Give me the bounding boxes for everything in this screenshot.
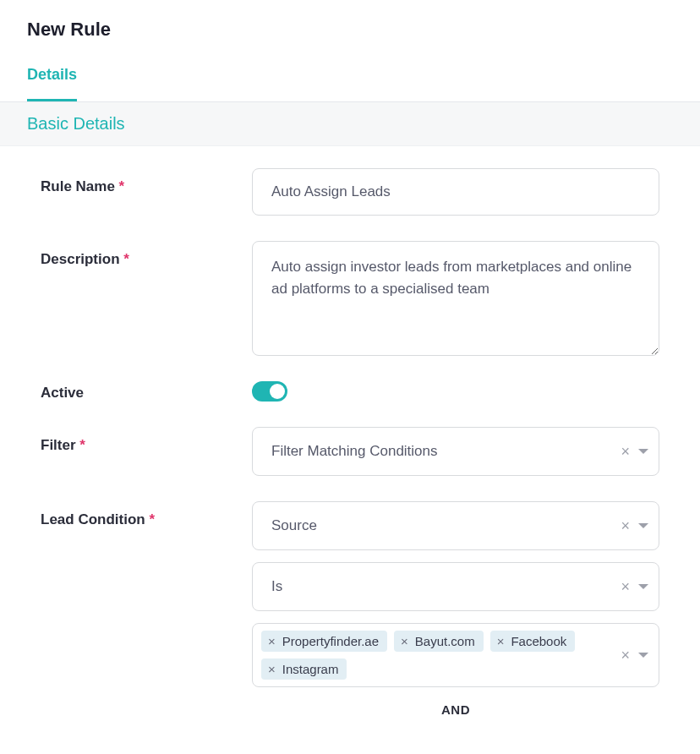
chevron-down-icon[interactable] <box>638 523 648 528</box>
chevron-down-icon[interactable] <box>638 449 648 454</box>
required-mark: * <box>149 511 155 527</box>
row-active: Active <box>41 381 659 402</box>
lead-condition-field-value: Source <box>271 517 317 534</box>
chevron-down-icon[interactable] <box>638 653 648 658</box>
label-description: Description * <box>41 241 252 268</box>
tag-remove-icon[interactable]: × <box>268 663 276 675</box>
label-text: Lead Condition <box>41 511 145 527</box>
form-area: Rule Name * Description * Auto assign in… <box>0 146 700 754</box>
clear-icon[interactable]: × <box>619 516 632 535</box>
filter-select-value: Filter Matching Conditions <box>271 443 438 460</box>
conjunction-and: AND <box>252 702 659 717</box>
tab-details[interactable]: Details <box>27 66 77 101</box>
clear-icon[interactable]: × <box>619 646 632 664</box>
tag: ×Propertyfinder.ae <box>261 631 387 652</box>
rule-name-input[interactable] <box>252 168 659 216</box>
label-filter: Filter * <box>41 427 252 454</box>
page-title: New Rule <box>0 0 700 41</box>
row-filter: Filter * Filter Matching Conditions × <box>41 427 659 476</box>
lead-condition-field-select[interactable]: Source × <box>252 501 659 550</box>
label-text: Active <box>41 385 84 401</box>
select-icons: × <box>619 577 648 596</box>
row-description: Description * Auto assign investor leads… <box>41 241 659 356</box>
tag: ×Instagram <box>261 658 347 680</box>
tag-label: Propertyfinder.ae <box>282 634 379 648</box>
lead-condition-operator-value: Is <box>271 578 282 595</box>
tag-remove-icon[interactable]: × <box>268 635 276 647</box>
active-toggle[interactable] <box>252 381 287 402</box>
clear-icon[interactable]: × <box>619 577 632 596</box>
description-input[interactable]: Auto assign investor leads from marketpl… <box>252 241 659 356</box>
label-lead-condition: Lead Condition * <box>41 501 252 528</box>
required-mark: * <box>123 251 129 267</box>
label-rule-name: Rule Name * <box>41 168 252 195</box>
row-rule-name: Rule Name * <box>41 168 659 216</box>
tag-remove-icon[interactable]: × <box>401 635 408 647</box>
tag-label: Bayut.com <box>415 634 475 648</box>
tag-remove-icon[interactable]: × <box>497 635 505 647</box>
tag: ×Facebook <box>490 631 576 652</box>
label-active: Active <box>41 381 252 402</box>
chevron-down-icon[interactable] <box>638 584 648 589</box>
clear-icon[interactable]: × <box>619 442 632 461</box>
select-icons: × <box>619 516 648 535</box>
select-icons: × <box>619 646 648 664</box>
tag-label: Facebook <box>511 634 566 648</box>
tabs: Details <box>0 41 700 102</box>
required-mark: * <box>119 178 125 194</box>
tag: ×Bayut.com <box>394 631 484 652</box>
tag-label: Instagram <box>282 662 339 676</box>
select-icons: × <box>619 442 648 461</box>
lead-condition-values-multiselect[interactable]: ×Propertyfinder.ae×Bayut.com×Facebook×In… <box>252 623 659 687</box>
label-text: Description <box>41 251 120 267</box>
filter-select[interactable]: Filter Matching Conditions × <box>252 427 659 476</box>
label-text: Filter <box>41 437 76 453</box>
required-mark: * <box>79 437 85 453</box>
label-text: Rule Name <box>41 178 115 194</box>
row-lead-condition: Lead Condition * Source × Is × ×Pro <box>41 501 659 717</box>
section-header-basic-details: Basic Details <box>0 102 700 146</box>
toggle-knob <box>270 384 285 399</box>
lead-condition-operator-select[interactable]: Is × <box>252 562 659 611</box>
